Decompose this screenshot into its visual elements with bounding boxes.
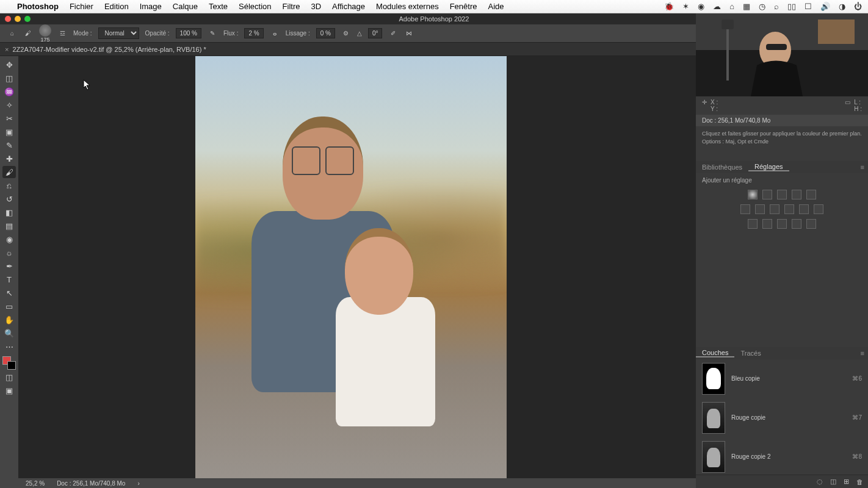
status-icon[interactable]: ☁ [713, 2, 721, 11]
lissage-value[interactable]: 0 % [316, 28, 335, 38]
exposure-icon[interactable] [792, 190, 801, 199]
menu-selection[interactable]: Sélection [239, 2, 271, 11]
tab-traces[interactable]: Tracés [734, 350, 767, 357]
posterize-icon[interactable] [762, 219, 772, 229]
home-icon[interactable]: ⌂ [7, 29, 17, 38]
menu-aide[interactable]: Aide [488, 2, 504, 11]
status-icon[interactable]: ▦ [743, 2, 750, 11]
zoom-level[interactable]: 25,2 % [26, 480, 45, 487]
load-selection-icon[interactable]: ◌ [817, 478, 823, 486]
opacity-value[interactable]: 100 % [176, 28, 201, 38]
status-icon[interactable]: ◷ [759, 2, 765, 11]
channel-thumbnail[interactable] [702, 402, 725, 434]
doc-size[interactable]: Doc : 256,1 Mo/740,8 Mo [57, 480, 125, 487]
airbrush-icon[interactable]: ⴰ [270, 29, 280, 38]
path-tool[interactable]: ↖ [2, 287, 16, 299]
gradientmap-icon[interactable] [792, 219, 801, 229]
document-tab[interactable]: 2Z2A7047-Modifier video-v2.tif @ 25,2% (… [12, 46, 206, 53]
brightness-icon[interactable] [748, 190, 758, 199]
lasso-tool[interactable]: ♒ [2, 85, 16, 98]
channel-name[interactable]: Rouge copie [731, 414, 765, 421]
channel-thumbnail[interactable] [702, 363, 725, 395]
window-close-icon[interactable] [5, 16, 11, 22]
color-swatches[interactable] [2, 356, 16, 370]
hue-icon[interactable] [740, 204, 750, 214]
menu-filtre[interactable]: Filtre [283, 2, 300, 11]
trash-icon[interactable]: 🗑 [856, 478, 863, 486]
document-canvas[interactable] [195, 56, 507, 487]
status-arrow-icon[interactable]: › [137, 480, 139, 487]
channel-row[interactable]: Rouge copie 2 ⌘8 [696, 437, 868, 475]
shape-tool[interactable]: ▭ [2, 300, 16, 312]
zoom-tool[interactable]: 🔍 [2, 327, 16, 339]
status-icon[interactable]: ⌂ [729, 2, 734, 11]
status-icon[interactable]: ⌕ [774, 2, 779, 11]
status-icon[interactable]: ▯▯ [787, 2, 796, 11]
channel-name[interactable]: Rouge copie 2 [731, 453, 771, 460]
levels-icon[interactable] [762, 190, 772, 199]
blur-tool[interactable]: ◉ [2, 233, 16, 245]
tab-reglages[interactable]: Réglages [748, 163, 789, 171]
colorbalance-icon[interactable] [755, 204, 765, 214]
blend-mode-select[interactable]: Normal [98, 27, 139, 39]
menu-modules[interactable]: Modules externes [376, 2, 439, 11]
status-icon[interactable]: ✶ [682, 2, 689, 11]
menu-fichier[interactable]: Fichier [70, 2, 93, 11]
menu-app[interactable]: Photoshop [17, 2, 59, 11]
window-zoom-icon[interactable] [24, 16, 31, 22]
menu-3d[interactable]: 3D [311, 2, 321, 11]
panel-menu-icon[interactable]: ≡ [857, 163, 868, 171]
menu-fenetre[interactable]: Fenêtre [450, 2, 477, 11]
flux-value[interactable]: 2 % [244, 28, 263, 38]
move-tool[interactable]: ✥ [2, 59, 16, 71]
marquee-tool[interactable]: ◫ [2, 72, 16, 84]
more-tools[interactable]: ⋯ [2, 340, 16, 353]
frame-tool[interactable]: ▣ [2, 126, 16, 138]
curves-icon[interactable] [777, 190, 787, 199]
eyedropper-tool[interactable]: ✎ [2, 139, 16, 151]
channel-row[interactable]: Bleu copie ⌘6 [696, 359, 868, 398]
crop-tool[interactable]: ✂ [2, 112, 16, 124]
panel-menu-icon[interactable]: ≡ [857, 350, 868, 357]
menu-image[interactable]: Image [140, 2, 162, 11]
colorlookup-icon[interactable] [814, 204, 823, 214]
bw-icon[interactable] [770, 204, 779, 214]
status-icon[interactable]: 🐞 [664, 2, 674, 11]
menu-texte[interactable]: Texte [209, 2, 228, 11]
type-tool[interactable]: T [2, 273, 16, 285]
pressure-size-icon[interactable]: ✐ [388, 29, 398, 38]
pen-tool[interactable]: ✒ [2, 260, 16, 272]
healing-tool[interactable]: ✚ [2, 152, 16, 165]
status-icon[interactable]: 🔊 [820, 2, 830, 11]
save-selection-icon[interactable]: ◫ [830, 478, 836, 486]
photofilter-icon[interactable] [784, 204, 794, 214]
tool-preset-icon[interactable]: 🖌 [23, 29, 33, 38]
selectivecolor-icon[interactable] [806, 219, 816, 229]
vibrance-icon[interactable] [806, 190, 816, 199]
tab-couches[interactable]: Couches [696, 349, 734, 357]
quickmask-icon[interactable]: ◫ [2, 371, 16, 383]
channel-row[interactable]: Rouge copie ⌘7 [696, 398, 868, 437]
screenmode-icon[interactable]: ▣ [2, 384, 16, 396]
status-icon[interactable]: ◉ [698, 2, 704, 11]
menu-edition[interactable]: Edition [104, 2, 129, 11]
dodge-tool[interactable]: ☼ [2, 246, 16, 259]
brush-preview[interactable] [39, 24, 51, 37]
hand-tool[interactable]: ✋ [2, 314, 16, 326]
channel-name[interactable]: Bleu copie [731, 375, 760, 382]
channel-thumbnail[interactable] [702, 441, 725, 473]
status-icon[interactable]: ⏻ [854, 2, 862, 11]
tab-close-icon[interactable]: × [5, 46, 9, 53]
new-channel-icon[interactable]: ⊞ [844, 478, 849, 486]
wand-tool[interactable]: ✧ [2, 99, 16, 111]
brush-tool[interactable]: 🖌 [2, 166, 16, 178]
invert-icon[interactable] [748, 219, 758, 229]
pressure-opacity-icon[interactable]: ✎ [208, 29, 217, 38]
brush-settings-icon[interactable]: ☲ [57, 29, 67, 38]
channelmixer-icon[interactable] [799, 204, 809, 214]
symmetry-icon[interactable]: ⋈ [404, 29, 414, 38]
status-icon[interactable]: ☐ [805, 2, 812, 11]
status-icon[interactable]: ◑ [839, 2, 845, 11]
gear-icon[interactable]: ⚙ [341, 29, 351, 38]
gradient-tool[interactable]: ▤ [2, 220, 16, 232]
